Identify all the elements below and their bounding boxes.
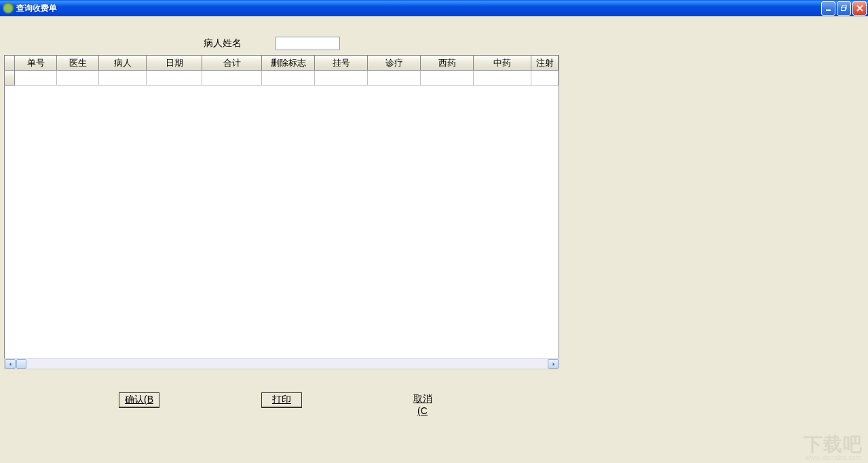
app-icon <box>3 3 14 14</box>
grid-cell[interactable] <box>421 71 474 86</box>
svg-rect-3 <box>841 7 845 11</box>
window-controls <box>821 1 867 16</box>
grid-header-rowselect[interactable] <box>5 56 15 71</box>
grid-cell[interactable] <box>368 71 421 86</box>
grid-cell[interactable] <box>531 71 559 86</box>
grid-header-doctor[interactable]: 医生 <box>57 56 99 71</box>
grid-header-date[interactable]: 日期 <box>147 56 202 71</box>
scroll-thumb[interactable] <box>16 359 26 369</box>
grid-cell[interactable] <box>202 71 262 86</box>
grid-cell[interactable] <box>57 71 99 86</box>
data-grid[interactable]: 单号 医生 病人 日期 合计 删除标志 挂号 诊疗 西药 中药 注射 <box>4 55 559 367</box>
grid-cell[interactable] <box>474 71 531 86</box>
grid-header-register[interactable]: 挂号 <box>315 56 368 71</box>
close-button[interactable] <box>852 1 867 16</box>
table-row[interactable] <box>5 71 559 86</box>
minimize-button[interactable] <box>821 1 835 16</box>
horizontal-scrollbar[interactable] <box>4 358 559 369</box>
grid-header-row: 单号 医生 病人 日期 合计 删除标志 挂号 诊疗 西药 中药 注射 <box>5 56 559 71</box>
restore-button[interactable] <box>837 1 851 16</box>
grid-header-order-no[interactable]: 单号 <box>15 56 57 71</box>
patient-name-input[interactable] <box>276 37 340 50</box>
grid-header-western-med[interactable]: 西药 <box>421 56 474 71</box>
window-title: 查询收费单 <box>16 3 821 14</box>
grid-header-total[interactable]: 合计 <box>202 56 262 71</box>
grid-header-injection[interactable]: 注射 <box>531 56 559 71</box>
print-button[interactable]: 打印 <box>261 392 302 408</box>
scroll-left-button[interactable] <box>5 359 16 369</box>
cancel-button[interactable]: 取消(C <box>404 392 441 417</box>
svg-rect-1 <box>826 10 831 11</box>
scroll-right-button[interactable] <box>548 359 559 369</box>
watermark-url: www.xiazaiba.com <box>806 454 861 462</box>
confirm-button[interactable]: 确认(B <box>119 392 159 408</box>
svg-point-0 <box>4 4 12 12</box>
grid-header-patient[interactable]: 病人 <box>99 56 147 71</box>
grid-cell[interactable] <box>147 71 202 86</box>
grid-header-chinese-med[interactable]: 中药 <box>474 56 531 71</box>
watermark-logo: 下载吧 <box>804 432 863 458</box>
patient-name-label: 病人姓名 <box>204 37 242 50</box>
content-area: 病人姓名 单号 医生 病人 日期 合计 删除标志 挂号 诊疗 西药 中药 注射 <box>0 16 868 463</box>
grid-cell[interactable] <box>15 71 57 86</box>
grid-header-delete-flag[interactable]: 删除标志 <box>262 56 315 71</box>
grid-cell[interactable] <box>99 71 147 86</box>
grid-cell[interactable] <box>315 71 368 86</box>
search-row: 病人姓名 <box>204 37 340 50</box>
grid-cell[interactable] <box>262 71 315 86</box>
grid-row-header[interactable] <box>5 71 15 86</box>
titlebar: 查询收费单 <box>0 0 868 16</box>
grid-header-treatment[interactable]: 诊疗 <box>368 56 421 71</box>
